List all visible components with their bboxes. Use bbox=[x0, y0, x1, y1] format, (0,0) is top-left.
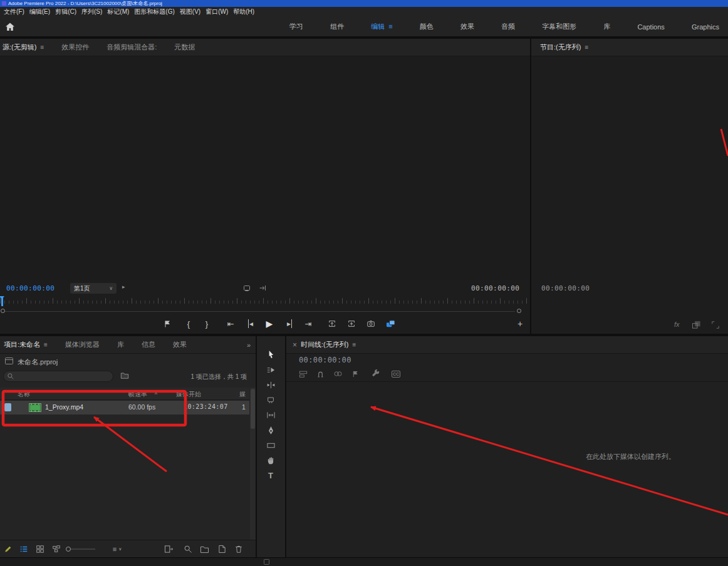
clip-name[interactable]: 1_Proxy.mp4 bbox=[45, 403, 83, 411]
workspace-tab-learning[interactable]: 学习 bbox=[289, 22, 303, 31]
zoom-handle-right[interactable] bbox=[517, 309, 521, 313]
go-to-in-button[interactable]: ⇤ bbox=[224, 318, 237, 329]
table-row-clip[interactable]: 1_Proxy.mp4 60.00 fps 10:23:24:07 1 bbox=[0, 401, 249, 414]
play-button[interactable]: ▶ bbox=[263, 318, 276, 329]
monitor-settings-icon[interactable] bbox=[243, 284, 251, 292]
panel-menu-icon[interactable]: ≡ bbox=[40, 44, 44, 51]
column-name[interactable]: 名称 bbox=[18, 390, 30, 399]
workspace-tab-assembly[interactable]: 组件 bbox=[330, 22, 344, 31]
tab-effect-controls[interactable]: 效果控件 bbox=[53, 43, 98, 52]
icon-view-button[interactable] bbox=[34, 544, 46, 554]
track-select-forward-tool[interactable] bbox=[265, 364, 276, 376]
workspace-tab-color[interactable]: 颜色 bbox=[420, 22, 434, 31]
zoom-slider[interactable] bbox=[65, 544, 96, 554]
type-tool[interactable]: T bbox=[265, 470, 276, 481]
timeline-settings-wrench-icon[interactable] bbox=[370, 369, 382, 379]
tab-timeline[interactable]: 时间线:(无序列)≡ bbox=[301, 340, 356, 349]
mark-out-button[interactable]: } bbox=[200, 318, 213, 329]
menu-window[interactable]: 窗口(W) bbox=[203, 8, 231, 16]
workspace-tab-effects[interactable]: 效果 bbox=[460, 22, 474, 31]
add-marker-button[interactable] bbox=[161, 318, 174, 329]
slip-tool[interactable] bbox=[265, 409, 276, 421]
sort-ascending-icon[interactable]: ∧ bbox=[154, 390, 158, 396]
linked-selection-icon[interactable] bbox=[332, 369, 343, 379]
timeline-timecode[interactable]: 00:00:00:00 bbox=[299, 356, 351, 364]
toggle-proxies-button[interactable] bbox=[384, 318, 397, 329]
find-button[interactable] bbox=[182, 544, 194, 554]
sort-options-button[interactable]: ≡ ∨ bbox=[112, 544, 123, 554]
pen-tool[interactable] bbox=[265, 424, 276, 436]
panel-menu-icon[interactable]: ≡ bbox=[352, 341, 356, 348]
tab-project[interactable]: 项目:未命名≡ bbox=[0, 340, 56, 349]
page-selector-dropdown[interactable]: 第1页 ∨ bbox=[70, 283, 117, 294]
freeform-view-button[interactable] bbox=[51, 544, 62, 554]
export-frame-button[interactable] bbox=[365, 318, 377, 329]
workspace-tab-graphics[interactable]: Graphics bbox=[692, 23, 719, 31]
extract-button[interactable] bbox=[345, 318, 358, 329]
project-file-name[interactable]: 未命名.prproj bbox=[18, 358, 58, 367]
menu-edit[interactable]: 编辑(E) bbox=[27, 8, 53, 16]
menu-sequence[interactable]: 序列(S) bbox=[79, 8, 105, 16]
page-next-icon[interactable]: ▸ bbox=[122, 284, 125, 290]
tab-program[interactable]: 节目:(无序列)≡ bbox=[531, 43, 597, 52]
workspace-tab-audio[interactable]: 音频 bbox=[501, 22, 515, 31]
selection-tool[interactable] bbox=[265, 349, 276, 361]
tab-audio-clip-mixer[interactable]: 音频剪辑混合器: bbox=[98, 43, 165, 52]
snap-magnet-icon[interactable] bbox=[315, 369, 326, 379]
monitor-output-icon[interactable] bbox=[259, 284, 266, 292]
panel-menu-icon[interactable]: ≡ bbox=[44, 341, 48, 348]
home-icon[interactable] bbox=[5, 22, 15, 32]
go-to-out-button[interactable]: ⇥ bbox=[302, 318, 315, 329]
menu-clip[interactable]: 剪辑(C) bbox=[53, 8, 79, 16]
razor-tool[interactable] bbox=[265, 394, 276, 406]
project-scrollbar[interactable] bbox=[250, 388, 256, 540]
column-media-start[interactable]: 媒体开始 bbox=[176, 390, 201, 399]
mark-in-button[interactable]: { bbox=[182, 318, 195, 329]
zoom-handle-left[interactable] bbox=[1, 309, 5, 313]
column-media-end[interactable]: 媒 bbox=[239, 390, 246, 399]
new-bin-button[interactable] bbox=[199, 544, 210, 554]
menu-help[interactable]: 帮助(H) bbox=[231, 8, 257, 16]
nest-insert-icon[interactable] bbox=[298, 369, 309, 379]
source-playhead[interactable] bbox=[1, 297, 3, 306]
workspace-tab-captions[interactable]: Captions bbox=[637, 23, 664, 31]
panel-menu-icon[interactable]: ≡ bbox=[585, 44, 588, 51]
tab-source[interactable]: 源:(无剪辑)≡ bbox=[0, 43, 53, 52]
workspace-tab-editing[interactable]: 编辑≡ bbox=[371, 22, 392, 31]
delete-button[interactable] bbox=[233, 544, 244, 554]
rectangle-tool[interactable] bbox=[265, 440, 276, 451]
menu-view[interactable]: 视图(V) bbox=[177, 8, 203, 16]
source-time-ruler[interactable] bbox=[0, 298, 530, 308]
scrollbar-thumb[interactable] bbox=[251, 389, 255, 429]
clip-label-chip[interactable] bbox=[4, 403, 11, 411]
list-view-button[interactable] bbox=[18, 544, 29, 554]
workspace-menu-icon[interactable]: ≡ bbox=[388, 23, 392, 30]
close-icon[interactable]: × bbox=[286, 341, 301, 349]
tab-libraries[interactable]: 库 bbox=[108, 340, 133, 349]
column-frame-rate[interactable]: 帧速率 bbox=[128, 390, 147, 399]
menu-graphics-titles[interactable]: 图形和标题(G) bbox=[132, 8, 177, 16]
tab-info[interactable]: 信息 bbox=[133, 340, 164, 349]
menu-file[interactable]: 文件(F) bbox=[1, 8, 27, 16]
captions-track-options-icon[interactable]: CC bbox=[390, 369, 402, 379]
button-editor-add[interactable]: + bbox=[514, 318, 526, 329]
hand-tool[interactable] bbox=[265, 455, 276, 466]
automate-to-sequence-button[interactable] bbox=[163, 544, 174, 554]
workspace-tab-captions-graphics[interactable]: 字幕和图形 bbox=[542, 22, 576, 31]
tab-media-browser[interactable]: 媒体浏览器 bbox=[56, 340, 108, 349]
add-marker-icon[interactable] bbox=[350, 369, 361, 379]
comparison-view-icon[interactable] bbox=[692, 321, 701, 329]
project-writable-pencil-icon[interactable] bbox=[3, 544, 14, 554]
step-forward-button[interactable]: ▸ bbox=[283, 318, 296, 329]
menu-markers[interactable]: 标记(M) bbox=[105, 8, 132, 16]
tab-effects[interactable]: 效果 bbox=[164, 340, 195, 349]
source-zoom-bar[interactable] bbox=[5, 311, 515, 312]
safe-margins-icon[interactable] bbox=[711, 321, 720, 329]
search-bin-icon[interactable] bbox=[120, 371, 129, 379]
timeline-drop-hint[interactable]: 在此处放下媒体以创建序列。 bbox=[586, 452, 675, 461]
workspace-tab-libraries[interactable]: 库 bbox=[603, 22, 610, 31]
tab-overflow-icon[interactable]: » bbox=[242, 341, 256, 349]
tab-metadata[interactable]: 元数据 bbox=[165, 43, 204, 52]
search-input[interactable] bbox=[3, 371, 113, 382]
global-fx-mute-icon[interactable]: fx bbox=[674, 321, 680, 328]
